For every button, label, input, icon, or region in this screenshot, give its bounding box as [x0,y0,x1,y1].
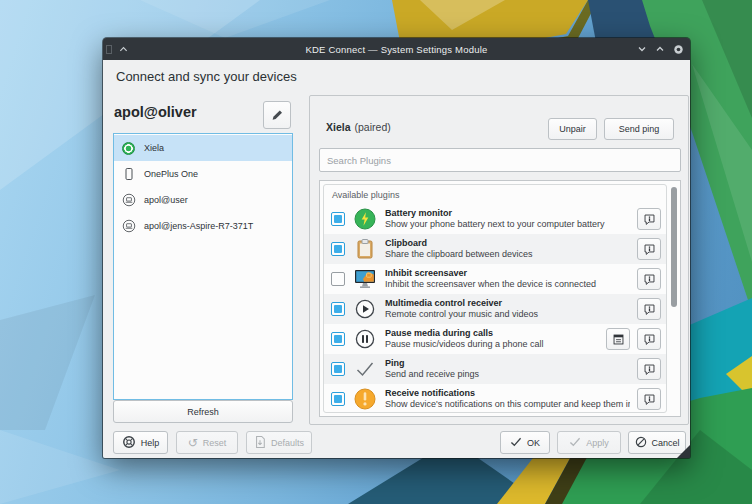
app-menu-icon[interactable] [106,45,112,54]
plugin-row[interactable]: Inhibit screensaver Inhibit the screensa… [324,264,666,294]
plugin-title: Receive notifications [385,388,630,399]
plugin-row[interactable]: Pause media during calls Pause music/vid… [324,324,666,354]
footer: Help ↺Reset Defaults OK Apply Cancel [113,431,686,454]
plugin-description: Remote control your music and videos [385,309,630,320]
plugin-title: Multimedia control receiver [385,298,630,309]
plugin-about-button[interactable] [637,328,661,350]
titlebar[interactable]: KDE Connect — System Settings Module [103,38,690,60]
ok-check-icon [510,437,522,449]
plugin-checkbox[interactable] [331,332,345,346]
help-icon [122,435,136,451]
ok-button[interactable]: OK [500,431,550,454]
resize-grip[interactable] [677,445,690,458]
apply-check-icon [569,437,581,449]
device-name: Xiela [326,121,351,133]
plugin-description: Show your phone battery next to your com… [385,219,630,230]
plugin-checkbox[interactable] [331,302,345,316]
defaults-button[interactable]: Defaults [246,431,312,454]
plugin-row[interactable]: Receive notifications Show device's noti… [324,384,666,413]
scrollbar-thumb[interactable] [671,187,677,307]
device-online-icon [121,142,136,155]
keep-above-icon[interactable] [117,43,129,55]
plugin-description: Share the clipboard between devices [385,249,630,260]
account-name: apol@oliver [114,104,197,120]
inhibit-screensaver-icon [352,268,378,290]
battery-monitor-icon [352,207,378,231]
pause-circle-icon [352,328,378,350]
plugins-frame: Available plugins Battery monitor Show y… [323,184,667,413]
plugin-title: Ping [385,358,630,369]
plugins-scrollbar[interactable] [670,185,678,414]
plugin-configure-button[interactable] [606,328,630,350]
page-title: Connect and sync your devices [116,69,297,84]
desktop: KDE Connect — System Settings Module Con… [0,0,752,504]
plugin-row[interactable]: Multimedia control receiver Remote contr… [324,294,666,324]
window-title: KDE Connect — System Settings Module [306,44,488,55]
undo-icon: ↺ [188,438,198,448]
cancel-icon [635,436,647,450]
ping-check-icon [352,360,378,378]
plugin-row[interactable]: Battery monitor Show your phone battery … [324,204,666,234]
device-list-item[interactable]: Xiela [114,135,292,161]
refresh-button[interactable]: Refresh [113,400,293,423]
smartphone-icon [121,167,136,181]
plugin-description: Send and receive pings [385,369,630,380]
unpair-button[interactable]: Unpair [548,118,597,140]
plugin-about-button[interactable] [637,208,661,230]
window-body: Connect and sync your devices apol@olive… [103,60,690,458]
plugins-rows: Battery monitor Show your phone battery … [324,204,666,413]
maximize-button[interactable] [654,43,666,55]
device-list-item[interactable]: apol@user [114,187,292,213]
plugin-row[interactable]: Clipboard Share the clipboard between de… [324,234,666,264]
device-list-item[interactable]: OnePlus One [114,161,292,187]
plugin-checkbox[interactable] [331,272,345,286]
plugins-list: Available plugins Battery monitor Show y… [319,180,681,417]
laptop-icon [121,193,136,207]
defaults-icon [254,435,266,451]
plugin-title: Battery monitor [385,208,630,219]
plugin-description: Pause music/videos during a phone call [385,339,599,350]
device-list-item[interactable]: apol@jens-Aspire-R7-371T [114,213,292,239]
send-ping-button[interactable]: Send ping [604,118,674,140]
device-state: (paired) [355,121,391,133]
plugin-about-button[interactable] [637,388,661,410]
plugin-about-button[interactable] [637,268,661,290]
plugin-checkbox[interactable] [331,212,345,226]
plugin-about-button[interactable] [637,298,661,320]
reset-button[interactable]: ↺Reset [176,431,238,454]
plugins-header: Available plugins [324,185,666,204]
help-button[interactable]: Help [113,431,168,454]
close-button[interactable] [672,43,684,55]
plugin-about-button[interactable] [637,238,661,260]
plugin-checkbox[interactable] [331,362,345,376]
plugin-about-button[interactable] [637,358,661,380]
plugin-row[interactable]: Ping Send and receive pings [324,354,666,384]
kde-connect-window: KDE Connect — System Settings Module Con… [103,38,690,458]
plugin-description: Inhibit the screensaver when the device … [385,279,630,290]
device-header: Xiela(paired) [326,121,391,133]
plugin-title: Clipboard [385,238,630,249]
rename-device-button[interactable] [263,101,291,129]
clipboard-icon [352,237,378,261]
laptop-icon [121,219,136,233]
plugin-description: Show device's notifications on this comp… [385,399,630,410]
plugin-checkbox[interactable] [331,242,345,256]
minimize-button[interactable] [636,43,648,55]
notifications-icon [352,387,378,411]
search-plugins-input[interactable] [319,148,681,172]
plugin-title: Inhibit screensaver [385,268,630,279]
device-list[interactable]: Xiela OnePlus One apol@user apol@jens-As… [113,133,293,400]
apply-button[interactable]: Apply [557,431,621,454]
plugin-checkbox[interactable] [331,392,345,406]
play-circle-icon [352,298,378,320]
plugin-title: Pause media during calls [385,328,599,339]
device-panel: Xiela(paired) Unpair Send ping Available… [309,95,689,425]
